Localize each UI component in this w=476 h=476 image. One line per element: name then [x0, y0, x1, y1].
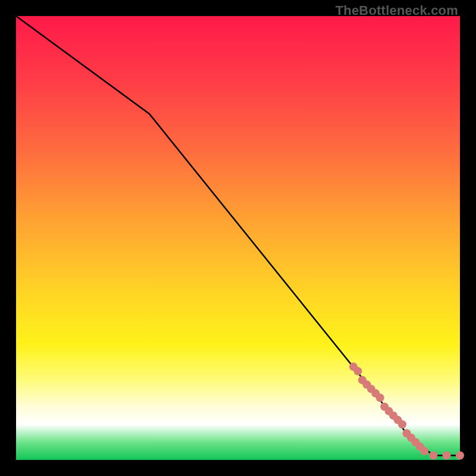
data-point — [429, 452, 437, 460]
data-point — [376, 394, 384, 402]
data-point — [456, 452, 464, 460]
data-point — [398, 420, 406, 428]
chart-overlay — [16, 16, 460, 460]
chart-frame: TheBottleneck.com — [0, 0, 476, 476]
data-point — [353, 367, 362, 375]
data-point — [420, 447, 428, 455]
data-point — [443, 452, 451, 460]
bottleneck-curve — [16, 16, 460, 456]
